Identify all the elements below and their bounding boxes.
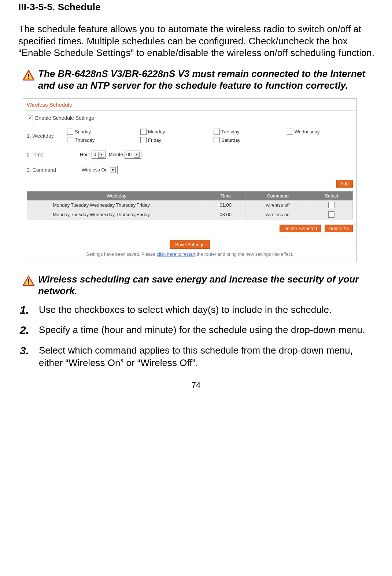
divider: [23, 110, 356, 111]
cell-time: 01:00: [206, 200, 245, 210]
day-sunday-checkbox[interactable]: [67, 129, 73, 135]
status-prefix: Settings have been saved. Please: [86, 252, 157, 257]
th-weekday: Weekday: [27, 191, 206, 200]
day-saturday-checkbox[interactable]: [214, 137, 220, 143]
day-tuesday-checkbox[interactable]: [214, 129, 220, 135]
enable-schedule-checkbox[interactable]: [27, 115, 33, 121]
minute-label: Minute: [109, 152, 123, 157]
th-select: Select: [310, 191, 353, 200]
note-energy: Wireless scheduling can save energy and …: [18, 273, 377, 297]
save-settings-button[interactable]: Save Settings: [170, 240, 210, 249]
chevron-down-icon: ▼: [98, 152, 104, 158]
th-time: Time: [206, 191, 245, 200]
warning-icon: [22, 275, 35, 287]
hour-label: Hour: [80, 152, 90, 157]
page-number: 74: [0, 380, 392, 390]
cell-weekday: Monday,Tuesday,Wednesday,Thursday,Friday: [27, 200, 206, 210]
command-select[interactable]: Wireless On ▼: [80, 166, 118, 174]
delete-selected-button[interactable]: Delete Selected: [280, 225, 321, 232]
day-saturday-label: Saturday: [221, 137, 240, 143]
chevron-down-icon: ▼: [110, 167, 116, 173]
hour-select[interactable]: 0 ▼: [92, 151, 106, 159]
hour-value: 0: [93, 152, 96, 157]
svg-rect-7: [28, 283, 29, 284]
step-3: Select which command applies to this sch…: [36, 344, 377, 369]
minute-value: 00: [126, 152, 132, 157]
day-sunday-label: Sunday: [75, 129, 91, 134]
day-wednesday-label: Wednesday: [295, 129, 319, 134]
intro-paragraph: The schedule feature allows you to autom…: [18, 23, 377, 59]
th-command: Command: [245, 191, 310, 200]
cell-weekday: Monday,Tuesday,Wednesday,Thursday,Friday: [27, 210, 206, 219]
svg-rect-6: [28, 279, 29, 283]
day-thursday-checkbox[interactable]: [67, 137, 73, 143]
command-row-label: 3. Command: [27, 167, 80, 173]
add-button[interactable]: Add: [336, 180, 353, 188]
steps-list: Use the checkboxes to select which day(s…: [18, 304, 377, 369]
day-monday-checkbox[interactable]: [140, 129, 147, 135]
schedule-table: Weekday Time Command Select Monday,Tuesd…: [27, 191, 353, 219]
status-suffix: the router and bring the new settings in…: [195, 252, 293, 257]
cell-command: wireless off: [245, 200, 310, 210]
time-row-label: 2. Time: [27, 152, 80, 158]
restart-link[interactable]: click here to restart: [157, 252, 196, 257]
delete-all-button[interactable]: Delete All: [325, 225, 353, 232]
warning-icon: [22, 69, 35, 81]
schedule-screenshot: Wireless Schedule Enable Schedule Settin…: [23, 98, 357, 262]
section-heading: III-3-5-5. Schedule: [18, 1, 377, 13]
step-1: Use the checkboxes to select which day(s…: [36, 304, 377, 316]
svg-rect-2: [28, 74, 29, 77]
day-wednesday-checkbox[interactable]: [287, 129, 293, 135]
panel-title: Wireless Schedule: [23, 99, 356, 110]
day-tuesday-label: Tuesday: [221, 129, 239, 134]
day-monday-label: Monday: [148, 129, 165, 134]
day-friday-checkbox[interactable]: [140, 137, 147, 143]
command-value: Wireless On: [82, 167, 108, 173]
enable-schedule-label: Enable Schedule Settings: [35, 115, 94, 121]
weekday-row-label: 1. Weekday: [27, 133, 67, 139]
chevron-down-icon: ▼: [134, 152, 140, 158]
step-2: Specify a time (hour and minute) for the…: [36, 324, 377, 336]
table-row: Monday,Tuesday,Wednesday,Thursday,Friday…: [27, 210, 353, 219]
day-friday-label: Friday: [148, 137, 161, 143]
cell-command: wireless on: [245, 210, 310, 219]
row-select-checkbox[interactable]: [328, 211, 334, 218]
row-select-checkbox[interactable]: [328, 202, 334, 208]
cell-time: 08:00: [206, 210, 245, 219]
table-row: Monday,Tuesday,Wednesday,Thursday,Friday…: [27, 200, 353, 210]
minute-select[interactable]: 00 ▼: [125, 151, 141, 159]
status-message: Settings have been saved. Please click h…: [23, 252, 356, 262]
svg-rect-3: [28, 78, 29, 79]
note-energy-text: Wireless scheduling can save energy and …: [38, 273, 377, 297]
note-ntp-text: The BR-6428nS V3/BR-6228nS V3 must remai…: [38, 68, 377, 92]
day-thursday-label: Thursday: [75, 137, 95, 143]
note-ntp: The BR-6428nS V3/BR-6228nS V3 must remai…: [18, 68, 377, 92]
